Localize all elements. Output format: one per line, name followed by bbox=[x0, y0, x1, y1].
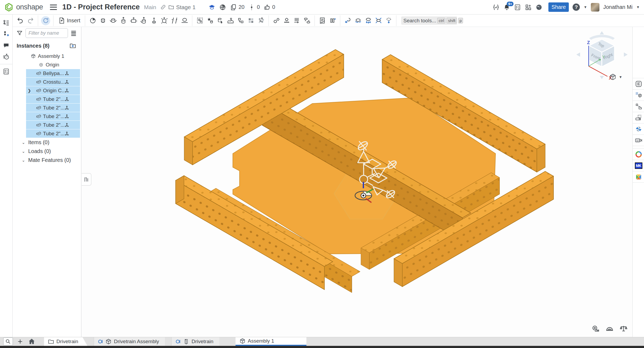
bom-panel-button[interactable] bbox=[633, 78, 644, 90]
home-tab-button[interactable] bbox=[26, 337, 37, 346]
help-button[interactable]: ? bbox=[573, 3, 580, 11]
like-count[interactable]: 0 bbox=[264, 4, 275, 11]
linked-parts-panel-button[interactable] bbox=[633, 101, 644, 112]
tree-item-origin-c[interactable]: ❯Origin C... bbox=[26, 86, 80, 95]
mate-connector-icon[interactable] bbox=[64, 71, 70, 76]
follow-checklist-button[interactable] bbox=[1, 66, 12, 77]
version-chip[interactable]: Stage 1 bbox=[160, 4, 196, 10]
featurescript-icon[interactable] bbox=[493, 4, 500, 11]
assembly-viewport[interactable]: Top Front Right Z X Y ▼ bbox=[82, 27, 632, 337]
pinwheel-app-button[interactable] bbox=[633, 123, 644, 135]
mate-connector-button[interactable] bbox=[205, 16, 215, 26]
tree-item-tube-2[interactable]: Tube 2"... bbox=[26, 95, 80, 103]
document-history-button[interactable] bbox=[1, 51, 12, 62]
app-store-icon[interactable] bbox=[525, 4, 532, 11]
gear-relation-button[interactable] bbox=[271, 16, 281, 26]
mate-connector-icon[interactable] bbox=[64, 114, 70, 119]
sheet-metal-panel-button[interactable] bbox=[633, 112, 644, 123]
pin-slot-mate-button[interactable] bbox=[149, 16, 159, 26]
undo-button[interactable] bbox=[15, 16, 25, 26]
public-document[interactable] bbox=[219, 4, 226, 11]
drag-spin-button[interactable] bbox=[353, 16, 363, 26]
linear-pattern-button[interactable] bbox=[246, 16, 256, 26]
drag-rotate-button[interactable] bbox=[343, 16, 353, 26]
tree-item-crosstu[interactable]: Crosstu... bbox=[26, 78, 80, 86]
section-items[interactable]: ⌄Items (0) bbox=[13, 138, 81, 147]
color-ring-app-button[interactable] bbox=[633, 149, 644, 160]
redo-button[interactable] bbox=[25, 16, 35, 26]
section-chevron-icon[interactable]: ⌄ bbox=[22, 158, 25, 163]
user-menu-caret-icon[interactable]: ▼ bbox=[636, 5, 640, 9]
group-button[interactable] bbox=[195, 16, 205, 26]
tree-item-assembly-1[interactable]: Assembly 1 bbox=[26, 52, 80, 60]
community-sphere-icon[interactable] bbox=[536, 4, 542, 11]
planar-mate-button[interactable] bbox=[128, 16, 139, 26]
tab-assembly-1[interactable]: Assembly 1 bbox=[236, 337, 306, 346]
tree-item-tube-2[interactable]: Tube 2"... bbox=[26, 121, 80, 129]
fastened-mate-button[interactable] bbox=[98, 16, 108, 26]
featurescript-app-button[interactable] bbox=[633, 135, 644, 146]
add-tab-button[interactable] bbox=[16, 338, 25, 346]
mate-connector-icon[interactable] bbox=[64, 131, 70, 136]
parallel-mate-button[interactable] bbox=[169, 16, 179, 26]
exploded-view-button[interactable] bbox=[256, 16, 266, 26]
expand-chevron-icon[interactable]: ❯ bbox=[28, 88, 31, 93]
list-view-button[interactable] bbox=[70, 29, 78, 37]
bill-of-materials-button[interactable] bbox=[317, 16, 327, 26]
tab-drivetrain[interactable]: Drivetrain bbox=[171, 337, 219, 346]
color-pinwheel-app-button[interactable] bbox=[633, 171, 644, 183]
mate-connector-icon[interactable] bbox=[64, 97, 70, 102]
section-chevron-icon[interactable]: ⌄ bbox=[22, 140, 25, 145]
avatar[interactable] bbox=[591, 3, 599, 12]
copy-count[interactable]: 20 bbox=[230, 4, 244, 11]
search-tabs-button[interactable] bbox=[3, 338, 13, 346]
create-version-button[interactable] bbox=[1, 29, 12, 40]
comments-button[interactable] bbox=[1, 40, 12, 51]
mate-connector-icon[interactable] bbox=[64, 122, 70, 128]
view-cube-faces[interactable]: Top Front Right bbox=[589, 39, 614, 67]
tasks-icon[interactable] bbox=[514, 4, 521, 11]
insert-button[interactable]: Insert bbox=[56, 16, 82, 26]
tree-item-origin[interactable]: Origin bbox=[26, 61, 80, 69]
configurations-panel-button[interactable] bbox=[633, 90, 644, 101]
help-caret-icon[interactable]: ▼ bbox=[584, 5, 587, 9]
slider-mate-button[interactable] bbox=[118, 16, 128, 26]
onshape-logo[interactable]: onshape bbox=[4, 3, 43, 12]
tree-item-bellypa[interactable]: Bellypa... bbox=[26, 69, 80, 77]
section-chevron-icon[interactable]: ⌄ bbox=[22, 149, 25, 154]
version-count[interactable]: 0 bbox=[248, 4, 260, 11]
belt-relation-button[interactable] bbox=[302, 16, 312, 26]
mass-properties-button[interactable] bbox=[620, 324, 629, 333]
named-positions-button[interactable] bbox=[225, 16, 236, 26]
search-tools-input[interactable]: Search tools...ctrlshiftp bbox=[401, 16, 457, 25]
tab-drivetrain[interactable]: Drivetrain bbox=[44, 337, 87, 346]
mate-connector-icon[interactable] bbox=[64, 79, 70, 85]
revolute-mate-button[interactable] bbox=[108, 16, 118, 26]
rack-and-pinion-relation-button[interactable] bbox=[281, 16, 292, 26]
drag-center-button[interactable] bbox=[373, 16, 383, 26]
interference-detection-button[interactable] bbox=[327, 16, 338, 26]
add-to-folder-button[interactable] bbox=[69, 42, 77, 49]
drag-settle-button[interactable] bbox=[363, 16, 373, 26]
workspace-name[interactable]: Main bbox=[144, 4, 156, 10]
tab-drivetrain-assembly[interactable]: Drivetrain Assembly bbox=[94, 337, 165, 346]
mate-connector-icon[interactable] bbox=[64, 88, 70, 93]
update-linked-documents-button[interactable] bbox=[41, 16, 50, 25]
tree-item-tube-2[interactable]: Tube 2"... bbox=[26, 129, 80, 138]
filter-icon[interactable] bbox=[16, 30, 23, 36]
view-mode-button[interactable]: ▼ bbox=[609, 73, 622, 81]
standard-content-button[interactable] bbox=[215, 16, 225, 26]
drag-drop-button[interactable] bbox=[383, 16, 394, 26]
mate-connector-icon[interactable] bbox=[64, 105, 70, 111]
share-button[interactable]: Share bbox=[548, 2, 569, 12]
tangent-mate-button[interactable] bbox=[179, 16, 190, 26]
tree-item-tube-2[interactable]: Tube 2"... bbox=[26, 112, 80, 120]
screw-relation-button[interactable] bbox=[292, 16, 302, 26]
education-account[interactable] bbox=[208, 4, 215, 11]
protractor-button[interactable] bbox=[606, 324, 615, 333]
ball-mate-button[interactable] bbox=[159, 16, 169, 26]
tape-measure-button[interactable] bbox=[592, 324, 601, 333]
filter-input[interactable] bbox=[26, 28, 68, 38]
tree-item-tube-2[interactable]: Tube 2"... bbox=[26, 104, 80, 112]
transform-button[interactable] bbox=[236, 16, 246, 26]
